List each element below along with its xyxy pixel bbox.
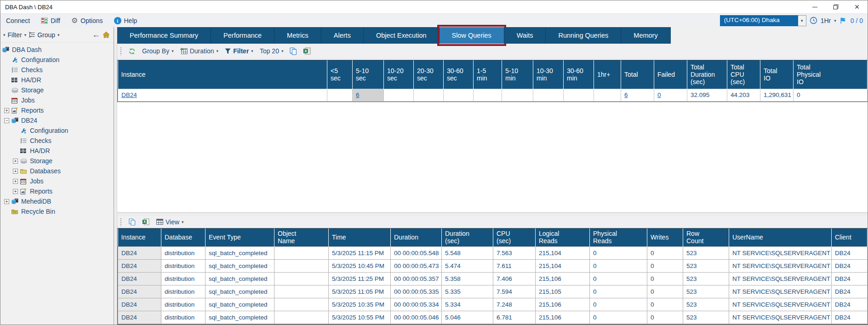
tree-item-db24[interactable]: −DB24 [0,115,114,125]
tab-slow-queries[interactable]: Slow Queries [440,27,504,44]
horizontal-splitter[interactable] [117,212,868,216]
column-header-instance[interactable]: Instance [118,228,161,247]
column-header-physical-reads[interactable]: Physical Reads [590,228,647,247]
column-header-5-10-sec[interactable]: 5-10 sec [353,60,384,89]
column-header-5-sec[interactable]: <5 sec [327,60,353,89]
column-header-failed[interactable]: Failed [654,60,687,89]
column-header-1-5-min[interactable]: 1-5 min [474,60,502,89]
tab-waits[interactable]: Waits [504,27,546,44]
column-header-duration-sec[interactable]: Duration (sec) [442,228,493,247]
column-header-duration[interactable]: Duration [391,228,442,247]
expand-glyph-icon[interactable]: + [4,199,9,204]
column-header-total-physical-io[interactable]: Total Physical IO [794,60,868,89]
tree-item-dba-dash[interactable]: DBA Dash [0,45,114,55]
tree-item-jobs[interactable]: +Jobs [0,176,114,186]
refresh-button[interactable] [126,48,137,55]
column-header-logical-reads[interactable]: Logical Reads [536,228,590,247]
column-header-object-name[interactable]: Object Name [274,228,329,247]
expand-glyph-icon[interactable]: + [13,169,18,174]
column-header-writes[interactable]: Writes [647,228,683,247]
top-n-dropdown[interactable]: Top 20▾ [258,47,286,55]
filter-dropdown[interactable]: Filter▾ [223,47,255,55]
cell-total[interactable]: 6 [621,89,654,101]
collapse-glyph-icon[interactable]: − [4,118,9,123]
menu-diff[interactable]: Diff [35,14,66,27]
timezone-select[interactable]: (UTC+06:00) Dhaka ▾ [720,15,806,26]
menu-help[interactable]: i Help [108,14,143,27]
expand-glyph-icon[interactable]: + [13,189,18,194]
column-header-30-60-min[interactable]: 30-60 min [564,60,594,89]
toolbar-grip[interactable] [120,47,122,55]
side-filter-button[interactable]: Filter [8,31,22,39]
cell-failed[interactable]: 0 [654,89,687,101]
tab-performance[interactable]: Performance [211,27,274,44]
alert-flag-icon[interactable] [839,17,847,24]
tree-item-storage[interactable]: +Storage [0,156,114,166]
cell-link[interactable]: DB24 [121,91,137,98]
cell-5-10-sec[interactable]: 6 [353,89,384,101]
column-header-row-count[interactable]: Row Count [683,228,729,247]
expand-glyph-icon[interactable]: + [4,108,9,113]
export-excel-button[interactable]: X [302,47,313,55]
tab-memory[interactable]: Memory [621,27,670,44]
tree-item-databases[interactable]: +Databases [0,166,114,176]
tab-metrics[interactable]: Metrics [274,27,321,44]
tree-item-checks[interactable]: Checks [0,136,114,146]
column-header-30-60-sec[interactable]: 30-60 sec [444,60,474,89]
maximize-button[interactable] [825,0,846,13]
menu-options[interactable]: ⚙ Options [66,14,108,27]
detail-export-excel-button[interactable]: X [141,218,151,225]
column-header-total-duration-sec[interactable]: Total Duration (sec) [687,60,727,89]
column-header-10-20-sec[interactable]: 10-20 sec [384,60,414,89]
column-header-client[interactable]: Client [832,228,868,247]
tree-item-configuration[interactable]: Configuration [0,55,114,65]
tree-item-reports[interactable]: +Reports [0,186,114,196]
back-button[interactable]: ← [92,30,100,40]
tree-item-ha-dr[interactable]: HA/DR [0,146,114,156]
group-by-dropdown[interactable]: Group By▾ [140,47,176,55]
copy-button[interactable] [288,47,299,55]
side-filter-dropdown-icon[interactable]: ▾ [24,33,27,37]
column-header-20-30-sec[interactable]: 20-30 sec [414,60,444,89]
interval-dropdown[interactable]: 1Hr [821,17,831,24]
tab-alerts[interactable]: Alerts [321,27,364,44]
tree-item-configuration[interactable]: Configuration [0,125,114,136]
column-header-5-10-min[interactable]: 5-10 min [502,60,533,89]
cell-instance[interactable]: DB24 [118,89,327,101]
side-group-button[interactable]: Group [37,31,55,39]
minimize-button[interactable] [804,0,825,13]
column-header-total[interactable]: Total [621,60,654,89]
cell-link[interactable]: 6 [624,91,628,98]
tree-item-mehedidb[interactable]: +MehediDB [0,196,114,206]
column-header-event-type[interactable]: Event Type [206,228,274,247]
detail-copy-button[interactable] [127,218,137,226]
detail-toolbar-grip[interactable] [120,218,122,226]
tab-running-queries[interactable]: Running Queries [546,27,621,44]
column-header-1hr[interactable]: 1hr+ [594,60,621,89]
expand-glyph-icon[interactable]: + [13,159,18,164]
tree-item-recycle-bin[interactable]: Recycle Bin [0,206,114,217]
column-header-database[interactable]: Database [161,228,206,247]
column-header-total-cpu-sec[interactable]: Total CPU (sec) [727,60,760,89]
timezone-dropdown-arrow[interactable]: ▾ [798,15,806,26]
tree-item-jobs[interactable]: Jobs [0,95,114,105]
expand-glyph-icon[interactable]: + [13,179,18,184]
column-header-cpu-sec[interactable]: CPU (sec) [493,228,536,247]
menu-connect[interactable]: Connect [0,14,35,27]
tab-performance-summary[interactable]: Performance Summary [117,27,211,44]
tree-item-ha-dr[interactable]: HA/DR [0,75,114,85]
cell-link[interactable]: 0 [657,91,661,98]
column-header-username[interactable]: UserName [729,228,832,247]
close-button[interactable]: × [846,0,868,13]
tab-object-execution[interactable]: Object Execution [364,27,440,44]
column-header-10-30-min[interactable]: 10-30 min [533,60,564,89]
column-header-instance[interactable]: Instance [118,60,327,89]
column-header-time[interactable]: Time [329,228,391,247]
panel-splitter[interactable] [114,27,117,325]
cell-link[interactable]: 6 [356,91,360,98]
tree-item-storage[interactable]: Storage [0,85,114,95]
column-header-total-io[interactable]: Total IO [760,60,794,89]
home-button[interactable] [103,31,110,38]
tree-item-checks[interactable]: Checks [0,65,114,75]
tree-item-reports[interactable]: +Reports [0,105,114,115]
